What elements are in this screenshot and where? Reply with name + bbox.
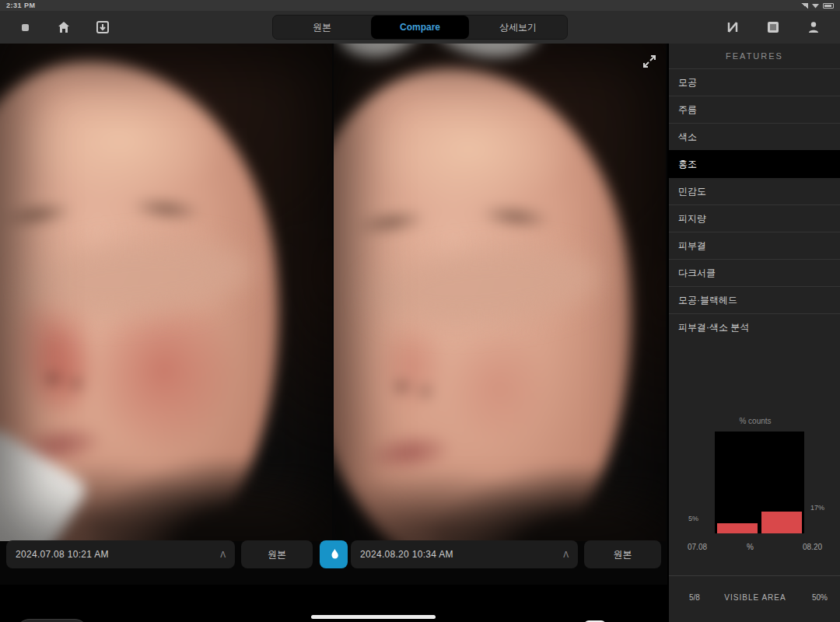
feature-item[interactable]: 피부결·색소 분석 <box>669 313 840 341</box>
view-tab[interactable]: 상세보기 <box>469 16 567 39</box>
sidebar-footer: 5/8 VISIBLE AREA 50% <box>669 582 840 613</box>
toolbar-right <box>725 19 821 35</box>
after-original-button[interactable]: 원본 <box>584 540 661 568</box>
profile-icon[interactable] <box>806 19 821 35</box>
feature-item[interactable]: 피지량 <box>669 204 840 232</box>
feature-item[interactable]: 홍조 <box>669 150 840 177</box>
bar-label-before: 5% <box>688 515 698 522</box>
x-tick-after: 08.20 <box>803 543 822 551</box>
features-sidebar: FEATURES 모공 주름 색소 홍조 민감도 피지량 피부결 다크서클 모공… <box>667 44 840 622</box>
after-timestamp-dropdown[interactable]: 2024.08.20 10:34 AM ᐱ <box>351 540 578 568</box>
sidebar-divider <box>669 575 840 576</box>
photo-after[interactable] <box>334 44 666 541</box>
feature-item[interactable]: 주름 <box>669 96 840 123</box>
chart-title: % counts <box>669 417 840 425</box>
sync-button[interactable] <box>320 540 348 568</box>
feature-list: 모공 주름 색소 홍조 민감도 피지량 피부결 다크서클 모공·블랙헤드 피부결… <box>669 68 840 341</box>
timestamp-row: 2024.07.08 10:21 AM ᐱ 원본 2024.08.20 10:3… <box>0 540 667 570</box>
battery-icon <box>823 3 834 9</box>
comparison-chart: % counts 5% 17% 07.08 % 08.20 <box>669 417 840 554</box>
chevron-up-icon: ᐱ <box>220 550 226 559</box>
chart-x-axis: 07.08 % 08.20 <box>669 543 840 554</box>
compare-area: 2024.07.08 10:21 AM ᐱ 원본 2024.08.20 10:3… <box>0 44 667 622</box>
feature-item[interactable]: 색소 <box>669 123 840 150</box>
view-tabs: 원본 Compare 상세보기 <box>272 15 568 40</box>
feature-item[interactable]: 민감도 <box>669 177 840 204</box>
gallery-icon[interactable] <box>765 19 781 35</box>
status-icons <box>801 3 834 9</box>
feature-item[interactable]: 모공·블랙헤드 <box>669 286 840 313</box>
view-tab[interactable]: 원본 <box>273 16 371 39</box>
signal-icon <box>801 3 808 9</box>
status-time: 2:31 PM <box>6 2 36 9</box>
feature-item[interactable]: 피부결 <box>669 232 840 259</box>
split-view-icon[interactable] <box>725 19 740 35</box>
home-indicator[interactable] <box>311 615 436 619</box>
before-original-button[interactable]: 원본 <box>241 540 313 568</box>
fullscreen-icon[interactable] <box>641 53 658 70</box>
toolbar: 원본 Compare 상세보기 <box>0 11 840 44</box>
feature-item[interactable]: 모공 <box>669 68 840 96</box>
bar-label-after: 17% <box>810 504 824 512</box>
save-icon[interactable] <box>95 19 110 35</box>
before-timestamp-dropdown[interactable]: 2024.07.08 10:21 AM ᐱ <box>6 540 235 568</box>
sync-icon <box>327 547 341 561</box>
chart-bar-after <box>761 512 802 533</box>
chevron-up-icon: ᐱ <box>563 550 569 559</box>
status-bar: 2:31 PM <box>0 0 840 11</box>
x-tick-before: 07.08 <box>688 543 707 551</box>
chart-plot <box>715 432 804 533</box>
toolbar-left <box>17 19 110 35</box>
wifi-icon <box>812 3 819 9</box>
photo-before[interactable] <box>0 44 332 541</box>
before-timestamp: 2024.07.08 10:21 AM <box>16 549 109 560</box>
zoom-level[interactable]: 50% <box>812 593 828 602</box>
sidebar-header: FEATURES <box>669 44 840 68</box>
home-icon[interactable] <box>56 19 72 35</box>
app-screen: 2:31 PM 원본 Compare 상세보기 <box>0 0 840 622</box>
after-timestamp: 2024.08.20 10:34 AM <box>360 549 453 560</box>
chart-bar-before <box>717 523 758 533</box>
feature-item[interactable]: 다크서클 <box>669 259 840 286</box>
view-tab[interactable]: Compare <box>371 16 469 39</box>
back-icon[interactable] <box>17 19 33 35</box>
pdf-button[interactable]: Pdf <box>16 619 89 622</box>
x-unit-label: % <box>747 543 754 551</box>
